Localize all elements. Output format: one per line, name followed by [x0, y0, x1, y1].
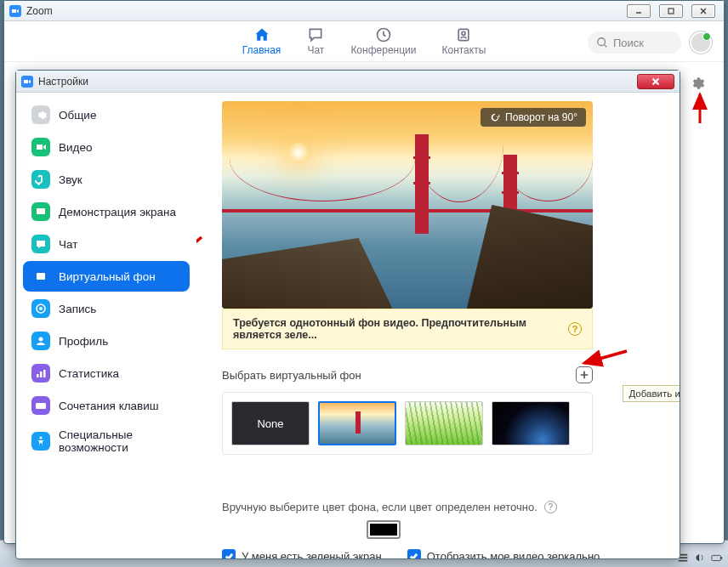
settings-content: Поворот на 90° Требуется однотонный фон …	[196, 93, 680, 558]
zoom-app-icon	[21, 76, 33, 88]
sidebar-item-label: Звук	[59, 173, 82, 186]
checkbox-label: У меня есть зеленый экран	[242, 550, 382, 559]
minimize-button[interactable]	[627, 4, 651, 18]
add-image-button[interactable]	[576, 366, 593, 383]
color-swatch[interactable]	[367, 520, 401, 539]
sidebar-item-label: Специальные возможности	[59, 428, 181, 454]
annotation-arrow	[691, 91, 708, 125]
clock-icon	[374, 26, 393, 43]
rotate-label: Поворот на 90°	[505, 111, 577, 123]
svg-point-6	[462, 31, 465, 35]
thumb-earth[interactable]	[492, 401, 570, 445]
system-tray	[677, 552, 723, 564]
thumb-none[interactable]: None	[231, 401, 310, 445]
svg-point-7	[598, 38, 606, 46]
svg-point-14	[39, 307, 43, 310]
svg-rect-1	[720, 557, 722, 559]
nav-label: Чат	[307, 44, 324, 56]
background-thumbnails: None	[222, 392, 593, 455]
sidebar-item-6[interactable]: Запись	[23, 293, 190, 324]
chat-icon	[306, 26, 325, 43]
nav-meetings[interactable]: Конференции	[350, 26, 416, 56]
annotation-arrow	[196, 232, 205, 283]
sidebar-item-8[interactable]: Статистика	[23, 358, 190, 388]
nav-chat[interactable]: Чат	[306, 26, 325, 56]
sidebar-item-7[interactable]: Профиль	[23, 326, 190, 356]
sidebar-item-label: Сочетания клавиш	[59, 400, 159, 412]
nav-label: Конференции	[350, 44, 416, 56]
settings-sidebar: ОбщиеВидеоЗвукДемонстрация экранаЧатВирт…	[16, 93, 196, 558]
sidebar-item-label: Общие	[59, 109, 96, 122]
settings-title: Настройки	[38, 76, 637, 88]
nav-label: Контакты	[441, 44, 486, 56]
sidebar-item-4[interactable]: Чат	[23, 229, 190, 259]
access-icon	[31, 432, 50, 451]
avatar[interactable]	[690, 31, 712, 54]
contacts-icon	[454, 26, 473, 43]
settings-titlebar[interactable]: Настройки	[16, 71, 680, 93]
rotate-icon	[489, 111, 501, 123]
help-icon[interactable]: ?	[544, 501, 557, 513]
top-nav: Главная Чат Конференции Контакты Поиск	[4, 21, 724, 62]
rotate-button[interactable]: Поворот на 90°	[481, 108, 586, 127]
mirror-video-checkbox[interactable]: Отобразить мое видео зеркально	[407, 549, 600, 558]
plus-icon	[579, 370, 589, 380]
gear-icon[interactable]	[690, 76, 705, 91]
profile-icon	[31, 332, 50, 350]
nav-label: Главная	[242, 44, 282, 56]
add-image-tooltip: Добавить изображение	[623, 385, 680, 402]
sidebar-item-1[interactable]: Видео	[23, 132, 190, 162]
home-icon	[253, 26, 271, 43]
search-placeholder: Поиск	[613, 37, 644, 49]
nav-contacts[interactable]: Контакты	[441, 26, 486, 56]
sidebar-item-label: Демонстрация экрана	[59, 206, 176, 218]
svg-point-12	[39, 275, 42, 277]
video-icon	[31, 138, 50, 156]
svg-rect-17	[40, 371, 43, 377]
settings-close-button[interactable]	[637, 74, 674, 89]
stats-icon	[31, 364, 50, 383]
sidebar-item-label: Виртуальный фон	[59, 270, 156, 283]
sidebar-item-9[interactable]: Сочетания клавиш	[23, 390, 190, 421]
manual-color-label: Вручную выберите цвет фона, если цвет оп…	[222, 501, 537, 513]
nav-home[interactable]: Главная	[242, 26, 282, 56]
green-screen-checkbox[interactable]: У меня есть зеленый экран	[222, 549, 382, 558]
svg-rect-18	[43, 370, 46, 377]
chat2-icon	[31, 235, 50, 253]
sidebar-item-5[interactable]: Виртуальный фон	[23, 261, 190, 292]
svg-rect-10	[37, 208, 45, 214]
sidebar-item-label: Статистика	[59, 367, 119, 380]
maximize-button[interactable]	[659, 4, 683, 18]
svg-rect-3	[668, 9, 674, 14]
svg-point-15	[39, 337, 43, 342]
sidebar-item-label: Чат	[59, 238, 77, 251]
search-icon	[596, 37, 608, 48]
sidebar-item-0[interactable]: Общие	[23, 99, 190, 130]
sidebar-item-2[interactable]: Звук	[23, 164, 190, 195]
help-icon[interactable]: ?	[568, 322, 582, 336]
sidebar-item-label: Профиль	[59, 335, 108, 348]
sidebar-item-10[interactable]: Специальные возможности	[23, 422, 190, 460]
sidebar-item-label: Видео	[59, 141, 92, 154]
warning-banner: Требуется однотонный фон видео. Предпочт…	[222, 309, 593, 349]
sidebar-item-3[interactable]: Демонстрация экрана	[23, 196, 190, 227]
thumb-grass[interactable]	[405, 401, 483, 445]
sidebar-item-label: Запись	[59, 303, 96, 315]
video-preview: Поворот на 90°	[222, 101, 593, 309]
svg-rect-16	[37, 374, 39, 377]
checkbox-label: Отобразить мое видео зеркально	[427, 550, 600, 559]
choose-background-label: Выбрать виртуальный фон	[222, 369, 361, 382]
thumb-bridge[interactable]	[318, 401, 396, 445]
main-window-title: Zoom	[26, 5, 627, 17]
svg-line-8	[605, 45, 607, 48]
close-button[interactable]	[691, 4, 715, 18]
record-icon	[31, 299, 50, 318]
keys-icon	[31, 396, 50, 415]
warning-text: Требуется однотонный фон видео. Предпочт…	[233, 317, 561, 341]
zoom-app-icon	[9, 5, 21, 17]
search-input[interactable]: Поиск	[588, 31, 681, 54]
main-titlebar[interactable]: Zoom	[4, 1, 724, 21]
settings-window: Настройки ОбщиеВидеоЗвукДемонстрация экр…	[15, 70, 680, 559]
audio-icon	[31, 170, 50, 189]
svg-rect-19	[36, 403, 46, 409]
